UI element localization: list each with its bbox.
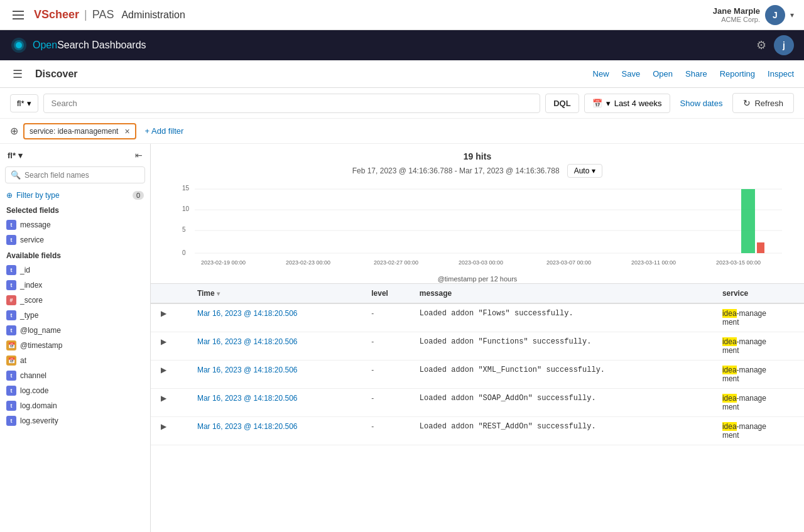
nav-save[interactable]: Save bbox=[622, 69, 641, 79]
available-fields-list: t _id t _index # _score t _type t @log_n… bbox=[0, 263, 150, 428]
top-header: VScheer | PAS Administration Jane Marple… bbox=[0, 0, 804, 30]
table-row: ▶ Mar 16, 2023 @ 14:18:20.506 - Loaded a… bbox=[151, 389, 804, 417]
search-input[interactable] bbox=[43, 94, 541, 113]
filter-count-badge: 0 bbox=[133, 191, 144, 200]
field-search-icon: 🔍 bbox=[11, 170, 21, 180]
svg-text:10: 10 bbox=[182, 205, 190, 212]
message-cell-4: Loaded addon "SOAP_AddOn" successfully. bbox=[412, 389, 715, 417]
refresh-button[interactable]: ↻ Refresh bbox=[732, 93, 794, 113]
user-dropdown-chevron[interactable]: ▾ bbox=[790, 11, 794, 19]
refresh-icon: ↻ bbox=[743, 98, 751, 108]
user-company: ACME Corp. bbox=[713, 16, 760, 23]
available-field-logname[interactable]: t @log_name bbox=[0, 323, 150, 338]
nav-menu-icon[interactable]: ☰ bbox=[10, 65, 25, 84]
nav-share[interactable]: Share bbox=[685, 69, 707, 79]
available-field-id[interactable]: t _id bbox=[0, 263, 150, 278]
svg-text:2023-02-19 00:00: 2023-02-19 00:00 bbox=[201, 259, 246, 266]
auto-chevron-icon: ▾ bbox=[592, 166, 595, 175]
opensearch-user-circle[interactable]: j bbox=[774, 35, 794, 55]
expand-row-5[interactable]: ▶ bbox=[158, 422, 169, 431]
available-field-channel[interactable]: t channel bbox=[0, 368, 150, 383]
table-header-service[interactable]: service bbox=[715, 284, 804, 303]
available-field-logdomain[interactable]: t log.domain bbox=[0, 398, 150, 413]
add-filter-button[interactable]: + Add filter bbox=[141, 124, 188, 138]
field-search-input[interactable] bbox=[24, 171, 139, 180]
available-field-logcode[interactable]: t log.code bbox=[0, 383, 150, 398]
index-pattern-button[interactable]: fl* ▾ bbox=[10, 94, 38, 112]
sidebar-header: fl* ▾ ⇤ bbox=[0, 144, 150, 166]
time-cell-2: Mar 16, 2023 @ 14:18:20.506 bbox=[190, 332, 364, 361]
filter-by-type-button[interactable]: ⊕ Filter by type bbox=[6, 191, 60, 200]
hits-count: 19 hits bbox=[163, 151, 791, 161]
top-header-right: Jane Marple ACME Corp. J ▾ bbox=[713, 5, 794, 25]
table-header-row: Time ▾ level message service bbox=[151, 284, 804, 303]
field-name-message: message bbox=[20, 220, 51, 229]
available-field-timestamp[interactable]: 📅 @timestamp bbox=[0, 338, 150, 353]
available-field-score[interactable]: # _score bbox=[0, 293, 150, 308]
available-field-index[interactable]: t _index bbox=[0, 278, 150, 293]
help-icon[interactable]: ⚙ bbox=[756, 38, 766, 52]
field-type-icon-message: t bbox=[6, 220, 16, 230]
available-field-at[interactable]: 📅 at bbox=[0, 353, 150, 368]
svg-text:15: 15 bbox=[182, 185, 190, 192]
sidebar-collapse-icon[interactable]: ⇤ bbox=[135, 150, 143, 160]
opensearch-logo: OpenSearch Dashboards bbox=[10, 36, 146, 54]
service-cell-2: idea-management bbox=[715, 332, 804, 361]
filter-chip-label: service: idea-management bbox=[30, 127, 118, 136]
field-name-timestamp: @timestamp bbox=[20, 341, 63, 350]
message-cell-3: Loaded addon "XML_Function" successfully… bbox=[412, 361, 715, 389]
user-avatar[interactable]: J bbox=[765, 5, 785, 25]
filter-chip-close-icon[interactable]: × bbox=[124, 126, 129, 136]
svg-rect-18 bbox=[741, 189, 755, 253]
service-highlight-1: idea bbox=[722, 309, 737, 318]
time-column-label: Time bbox=[197, 289, 215, 298]
expand-row-1[interactable]: ▶ bbox=[158, 309, 169, 318]
svg-point-2 bbox=[16, 42, 22, 48]
available-field-type[interactable]: t _type bbox=[0, 308, 150, 323]
nav-inspect[interactable]: Inspect bbox=[768, 69, 794, 79]
sidebar-chevron-down[interactable]: ▾ bbox=[18, 151, 23, 160]
auto-button[interactable]: Auto ▾ bbox=[567, 164, 603, 178]
table-header-message[interactable]: message bbox=[412, 284, 715, 303]
nav-open[interactable]: Open bbox=[653, 69, 673, 79]
results-table: Time ▾ level message service ▶ Mar 16, 2… bbox=[151, 284, 804, 445]
service-highlight-5: idea bbox=[722, 422, 737, 431]
svg-text:2023-03-07 00:00: 2023-03-07 00:00 bbox=[546, 259, 591, 266]
field-search-container: 🔍 bbox=[5, 166, 145, 183]
field-type-icon-index: t bbox=[6, 280, 16, 290]
nav-reporting[interactable]: Reporting bbox=[720, 69, 755, 79]
svg-text:2023-02-27 00:00: 2023-02-27 00:00 bbox=[374, 259, 418, 266]
expand-row-3[interactable]: ▶ bbox=[158, 366, 169, 374]
show-dates-button[interactable]: Show dates bbox=[675, 94, 728, 112]
nav-new[interactable]: New bbox=[593, 69, 609, 79]
message-cell-2: Loaded addon "Functions" successfully. bbox=[412, 332, 715, 361]
user-info: Jane Marple ACME Corp. bbox=[713, 6, 760, 23]
table-row: ▶ Mar 16, 2023 @ 14:18:20.506 - Loaded a… bbox=[151, 361, 804, 389]
available-field-logseverity[interactable]: t log.severity bbox=[0, 413, 150, 428]
right-panel: 19 hits Feb 17, 2023 @ 14:16:36.788 - Ma… bbox=[151, 144, 804, 532]
table-header-level[interactable]: level bbox=[364, 284, 412, 303]
menu-icon[interactable] bbox=[10, 8, 26, 22]
date-range-label: Last 4 weeks bbox=[614, 99, 662, 108]
date-range-button[interactable]: 📅 ▾ Last 4 weeks bbox=[584, 94, 670, 113]
sidebar-index-pattern[interactable]: fl* ▾ bbox=[8, 151, 23, 160]
service-cell-4: idea-management bbox=[715, 389, 804, 417]
field-name-type: _type bbox=[20, 311, 38, 320]
expand-row-4[interactable]: ▶ bbox=[158, 394, 169, 403]
nav-left: ☰ Discover bbox=[10, 65, 78, 84]
selected-field-service[interactable]: t service bbox=[0, 232, 150, 247]
selected-field-message[interactable]: t message bbox=[0, 217, 150, 232]
field-name-at: at bbox=[20, 356, 26, 365]
field-type-icon-logseverity: t bbox=[6, 416, 16, 426]
expand-row-2[interactable]: ▶ bbox=[158, 337, 169, 346]
dql-button[interactable]: DQL bbox=[545, 94, 579, 113]
selected-fields-list: t message t service bbox=[0, 217, 150, 247]
level-cell-5: - bbox=[364, 417, 412, 445]
table-header-time[interactable]: Time ▾ bbox=[190, 284, 364, 303]
auto-label: Auto bbox=[574, 166, 590, 175]
filter-chip-service[interactable]: service: idea-management × bbox=[23, 123, 136, 139]
refresh-label: Refresh bbox=[754, 99, 783, 108]
field-name-logdomain: log.domain bbox=[20, 401, 57, 410]
filter-toggle-icon[interactable]: ⊕ bbox=[10, 125, 18, 137]
level-cell-4: - bbox=[364, 389, 412, 417]
